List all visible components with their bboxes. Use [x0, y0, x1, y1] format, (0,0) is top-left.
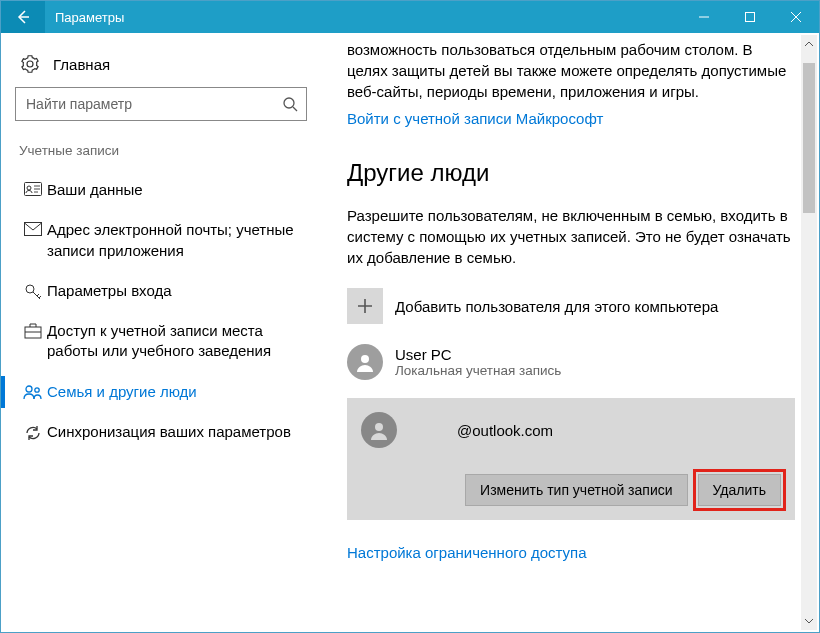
sync-icon [19, 422, 47, 442]
plus-icon [347, 288, 383, 324]
key-icon [19, 281, 47, 301]
other-people-desc: Разрешите пользователям, не включенным в… [347, 205, 795, 268]
gear-icon [19, 55, 41, 73]
selected-user-block[interactable]: @outlook.com Изменить тип учетной записи… [347, 398, 795, 520]
sidebar-item-your-info[interactable]: Ваши данные [15, 170, 321, 210]
search-input[interactable] [26, 96, 282, 112]
user-subtitle: Локальная учетная запись [395, 363, 561, 378]
sidebar-item-label: Доступ к учетной записи места работы или… [47, 321, 317, 362]
user-entry[interactable]: User PC Локальная учетная запись [347, 344, 795, 380]
minimize-button[interactable] [681, 1, 727, 33]
close-button[interactable] [773, 1, 819, 33]
change-account-type-button[interactable]: Изменить тип учетной записи [465, 474, 687, 506]
arrow-left-icon [15, 9, 31, 25]
titlebar: Параметры [1, 1, 819, 33]
scroll-up-icon[interactable] [801, 35, 817, 53]
back-button[interactable] [1, 1, 45, 33]
restricted-access-link[interactable]: Настройка ограниченного доступа [347, 544, 795, 561]
home-nav[interactable]: Главная [15, 51, 321, 87]
sidebar-item-email[interactable]: Адрес электронной почты; учетные записи … [15, 210, 321, 271]
maximize-button[interactable] [727, 1, 773, 33]
svg-rect-4 [25, 223, 42, 236]
scroll-down-icon[interactable] [801, 612, 817, 630]
scroll-thumb[interactable] [803, 63, 815, 213]
person-card-icon [19, 180, 47, 196]
svg-point-10 [375, 423, 383, 431]
svg-point-9 [361, 355, 369, 363]
svg-point-3 [27, 186, 31, 190]
sidebar-item-label: Синхронизация ваших параметров [47, 422, 317, 442]
sidebar-item-label: Семья и другие люди [47, 382, 317, 402]
add-user-button[interactable]: Добавить пользователя для этого компьюте… [347, 288, 795, 324]
svg-point-7 [26, 386, 32, 392]
sidebar-item-label: Ваши данные [47, 180, 317, 200]
add-user-label: Добавить пользователя для этого компьюте… [395, 298, 718, 315]
maximize-icon [744, 11, 756, 23]
sidebar-item-signin[interactable]: Параметры входа [15, 271, 321, 311]
search-icon [282, 96, 298, 112]
signin-ms-link[interactable]: Войти с учетной записи Майкрософт [347, 110, 795, 127]
scrollbar[interactable] [801, 35, 817, 630]
user-name: User PC [395, 346, 561, 363]
svg-point-8 [35, 387, 39, 391]
intro-paragraph: возможность пользоваться отдельным рабоч… [347, 39, 795, 102]
people-icon [19, 382, 47, 400]
search-box[interactable] [15, 87, 307, 121]
section-label: Учетные записи [15, 135, 321, 170]
sidebar: Главная Учетные записи Ваши данные А [1, 33, 331, 632]
svg-point-1 [284, 98, 294, 108]
briefcase-icon [19, 321, 47, 339]
avatar-icon [361, 412, 397, 448]
sidebar-item-work-access[interactable]: Доступ к учетной записи места работы или… [15, 311, 321, 372]
svg-rect-0 [746, 13, 755, 22]
sidebar-item-sync[interactable]: Синхронизация ваших параметров [15, 412, 321, 452]
sidebar-item-label: Параметры входа [47, 281, 317, 301]
mail-icon [19, 220, 47, 236]
avatar-icon [347, 344, 383, 380]
main-panel: возможность пользоваться отдельным рабоч… [331, 33, 819, 632]
user-email: @outlook.com [457, 422, 553, 439]
minimize-icon [698, 11, 710, 23]
delete-button[interactable]: Удалить [698, 474, 781, 506]
window-title: Параметры [45, 10, 124, 25]
close-icon [790, 11, 802, 23]
svg-point-5 [26, 285, 34, 293]
home-label: Главная [53, 56, 110, 73]
sidebar-item-family[interactable]: Семья и другие люди [15, 372, 321, 412]
sidebar-item-label: Адрес электронной почты; учетные записи … [47, 220, 317, 261]
other-people-heading: Другие люди [347, 159, 795, 187]
